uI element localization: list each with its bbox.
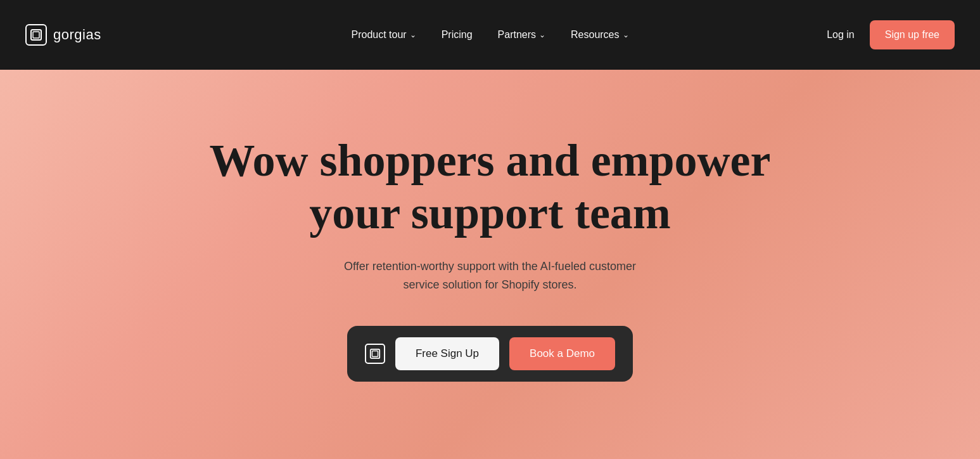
nav-signup-button[interactable]: Sign up free: [870, 20, 955, 49]
nav-item-pricing[interactable]: Pricing: [442, 29, 473, 41]
hero-title: Wow shoppers and empower your support te…: [205, 134, 775, 240]
nav-item-partners[interactable]: Partners ⌄: [498, 29, 545, 41]
chevron-down-icon: ⌄: [410, 30, 416, 39]
nav-actions: Log in Sign up free: [827, 20, 955, 49]
logo-text: gorgias: [53, 27, 101, 43]
free-signup-button[interactable]: Free Sign Up: [395, 337, 499, 370]
book-demo-button[interactable]: Book a Demo: [509, 337, 615, 370]
cta-box: Free Sign Up Book a Demo: [347, 326, 633, 382]
chevron-down-icon: ⌄: [539, 30, 545, 39]
cta-logo-icon: [365, 344, 385, 364]
svg-rect-3: [372, 351, 378, 356]
navbar: gorgias Product tour ⌄ Pricing Partners …: [0, 0, 980, 70]
logo-icon: [25, 24, 47, 46]
nav-links: Product tour ⌄ Pricing Partners ⌄ Resour…: [351, 29, 628, 41]
login-link[interactable]: Log in: [827, 29, 855, 41]
hero-subtitle: Offer retention-worthy support with the …: [326, 257, 655, 294]
nav-item-resources[interactable]: Resources ⌄: [571, 29, 628, 41]
logo[interactable]: gorgias: [25, 24, 101, 46]
nav-item-product-tour[interactable]: Product tour ⌄: [351, 29, 416, 41]
svg-rect-1: [33, 32, 39, 38]
chevron-down-icon: ⌄: [623, 30, 629, 39]
hero-section: Wow shoppers and empower your support te…: [0, 70, 980, 459]
